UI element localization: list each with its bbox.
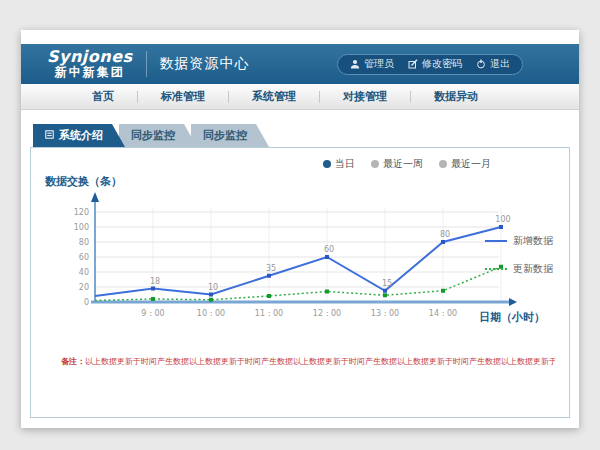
radio-dot-icon xyxy=(323,160,331,168)
legend-label: 新增数据 xyxy=(513,234,553,248)
user-toolbar: 管理员 修改密码 退出 xyxy=(337,54,523,75)
svg-text:35: 35 xyxy=(266,264,276,273)
power-icon xyxy=(476,59,486,69)
x-axis-title: 日期（小时） xyxy=(479,310,545,325)
content-panel: 当日 最近一周 最近一月 数据交换（条） 0204060801001209：00… xyxy=(30,147,570,418)
tab-label: 同步监控 xyxy=(203,124,247,147)
logo-text-en: Synjones xyxy=(47,49,133,66)
app-header: Synjones 新中新集团 数据资源中心 管理员 修改密码 xyxy=(21,44,579,84)
svg-text:100: 100 xyxy=(74,223,89,232)
top-strip xyxy=(21,30,579,44)
svg-text:80: 80 xyxy=(440,230,450,239)
user-icon xyxy=(350,59,360,69)
svg-text:12：00: 12：00 xyxy=(313,309,341,318)
footnote-label: 备注： xyxy=(61,357,85,366)
svg-text:20: 20 xyxy=(79,283,89,292)
legend-line-sample xyxy=(485,268,507,270)
legend-label: 更新数据 xyxy=(513,262,553,276)
svg-text:100: 100 xyxy=(495,215,510,224)
logo: Synjones 新中新集团 xyxy=(47,49,133,78)
change-password-button[interactable]: 修改密码 xyxy=(408,57,462,71)
svg-text:9：00: 9：00 xyxy=(141,309,164,318)
svg-text:18: 18 xyxy=(150,277,160,286)
nav-item-standard-mgmt[interactable]: 标准管理 xyxy=(138,89,228,104)
svg-text:15: 15 xyxy=(382,279,392,288)
svg-text:10: 10 xyxy=(208,283,218,292)
header-divider xyxy=(146,51,147,77)
nav-item-system-mgmt[interactable]: 系统管理 xyxy=(229,89,319,104)
svg-text:60: 60 xyxy=(324,245,334,254)
svg-text:40: 40 xyxy=(79,268,89,277)
radio-last-month[interactable]: 最近一月 xyxy=(439,157,491,171)
radio-dot-icon xyxy=(439,160,447,168)
legend-item-new-data[interactable]: 新增数据 xyxy=(485,234,557,248)
svg-text:60: 60 xyxy=(79,253,89,262)
radio-label: 最近一周 xyxy=(383,157,423,171)
user-button-label: 管理员 xyxy=(364,57,394,71)
svg-text:120: 120 xyxy=(74,208,89,217)
svg-text:14：00: 14：00 xyxy=(429,309,457,318)
nav-item-home[interactable]: 首页 xyxy=(69,89,137,104)
app-window: Synjones 新中新集团 数据资源中心 管理员 修改密码 xyxy=(21,30,579,428)
svg-text:0: 0 xyxy=(84,298,89,307)
svg-text:11：00: 11：00 xyxy=(255,309,283,318)
radio-dot-icon xyxy=(371,160,379,168)
document-icon xyxy=(45,124,54,147)
page-title: 数据资源中心 xyxy=(160,55,250,73)
logout-label: 退出 xyxy=(490,57,510,71)
radio-label: 最近一月 xyxy=(451,157,491,171)
svg-text:80: 80 xyxy=(79,238,89,247)
change-password-label: 修改密码 xyxy=(422,57,462,71)
logout-button[interactable]: 退出 xyxy=(476,57,510,71)
tab-label: 同步监控 xyxy=(131,124,175,147)
logo-text-cn: 新中新集团 xyxy=(47,66,133,79)
nav-item-integration-mgmt[interactable]: 对接管理 xyxy=(320,89,410,104)
footnote-text: 以上数据更新于时间产生数据以上数据更新于时间产生数据以上数据更新于时间产生数据以… xyxy=(85,357,555,366)
radio-today[interactable]: 当日 xyxy=(323,157,355,171)
user-button[interactable]: 管理员 xyxy=(350,57,394,71)
nav-item-data-changes[interactable]: 数据异动 xyxy=(411,89,501,104)
chart-legend: 新增数据 更新数据 xyxy=(485,234,557,290)
tab-bar: 系统介绍 同步监控 同步监控 xyxy=(21,123,579,147)
edit-icon xyxy=(408,59,418,69)
radio-last-week[interactable]: 最近一周 xyxy=(371,157,423,171)
legend-line-sample xyxy=(485,240,507,242)
svg-text:10：00: 10：00 xyxy=(197,309,225,318)
tab-label: 系统介绍 xyxy=(59,124,103,147)
main-nav: 首页 标准管理 系统管理 对接管理 数据异动 xyxy=(21,84,579,110)
tab-sync-monitor-2[interactable]: 同步监控 xyxy=(191,124,269,147)
radio-label: 当日 xyxy=(335,157,355,171)
footnote: 备注：以上数据更新于时间产生数据以上数据更新于时间产生数据以上数据更新于时间产生… xyxy=(61,356,555,367)
y-axis-title: 数据交换（条） xyxy=(45,174,122,189)
time-range-filter: 当日 最近一周 最近一月 xyxy=(323,157,491,171)
tab-sync-monitor-1[interactable]: 同步监控 xyxy=(119,124,197,147)
line-chart: 0204060801001209：0010：0011：0012：0013：001… xyxy=(43,188,523,328)
legend-item-updated-data[interactable]: 更新数据 xyxy=(485,262,557,276)
spacer-strip xyxy=(21,110,579,123)
svg-text:13：00: 13：00 xyxy=(371,309,399,318)
tab-system-intro[interactable]: 系统介绍 xyxy=(33,124,125,147)
